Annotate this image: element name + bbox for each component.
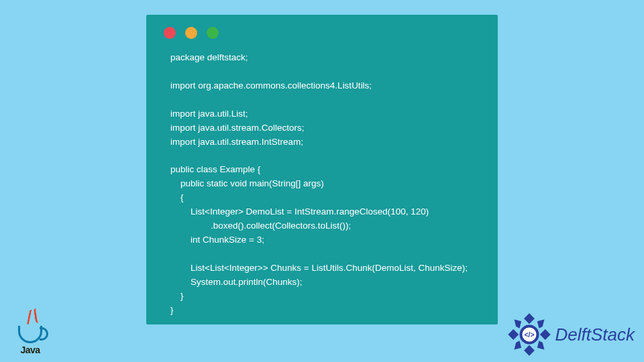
delftstack-label: DelftStack <box>555 324 635 345</box>
svg-marker-1 <box>524 345 535 356</box>
delftstack-badge-icon: </> <box>507 312 551 357</box>
delftstack-logo: </> DelftStack <box>507 312 635 357</box>
java-label: Java <box>20 345 40 355</box>
minimize-icon <box>185 27 197 39</box>
svg-marker-2 <box>508 329 519 340</box>
svg-marker-5 <box>537 320 544 328</box>
svg-marker-7 <box>537 341 544 349</box>
window-traffic-lights <box>161 27 483 39</box>
svg-marker-3 <box>539 329 550 340</box>
maximize-icon <box>207 27 219 39</box>
code-window: package delftstack; import org.apache.co… <box>146 15 498 324</box>
code-block: package delftstack; import org.apache.co… <box>161 51 483 318</box>
java-logo: Java <box>12 310 48 355</box>
close-icon <box>164 27 176 39</box>
svg-marker-0 <box>524 313 535 324</box>
svg-marker-6 <box>514 341 521 349</box>
java-steam-icon <box>27 310 34 324</box>
java-cup-icon <box>18 326 42 343</box>
svg-text:</>: </> <box>524 330 534 339</box>
svg-marker-4 <box>514 320 521 328</box>
